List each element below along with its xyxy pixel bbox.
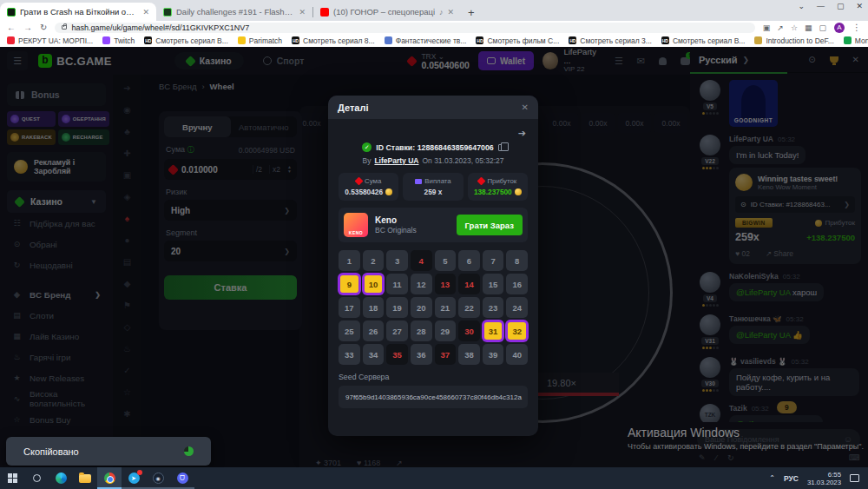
- rain-icon[interactable]: ↻: [727, 453, 734, 462]
- sidebar-item[interactable]: ★New Releases: [0, 367, 113, 388]
- browser-tab[interactable]: Daily challenges #191 - Flash Ch✕: [156, 3, 312, 21]
- bookmark-item[interactable]: РЕКРУТ UA: МОРПІ...: [7, 36, 93, 45]
- rail-game-icon[interactable]: ✚: [123, 149, 130, 160]
- inbox-icon[interactable]: ✉: [637, 56, 645, 67]
- promo-tile-rakeback[interactable]: RAKEBACK: [7, 129, 56, 145]
- trophy-icon[interactable]: [830, 56, 838, 63]
- refresh-icon[interactable]: ↻: [40, 23, 47, 32]
- sidebar-item-bc-brand[interactable]: ◈BC Бренд❯: [0, 284, 113, 305]
- sidebar-item[interactable]: ↻Нещодавні: [0, 254, 113, 275]
- double-button[interactable]: x2: [269, 165, 283, 174]
- hamburger-icon[interactable]: ☰: [7, 51, 28, 70]
- chat-input[interactable]: Ваше Повідомлення ☺: [697, 429, 860, 449]
- keyboard-icon[interactable]: ⌨: [849, 453, 860, 462]
- bookmark-item[interactable]: Twitch: [102, 36, 135, 45]
- maximize-icon[interactable]: ▢: [837, 2, 845, 10]
- copy-icon[interactable]: [498, 144, 504, 151]
- chat-language[interactable]: Русский: [699, 55, 737, 65]
- likes-count[interactable]: ♥ 1168: [357, 459, 380, 467]
- risk-select[interactable]: High❯: [164, 200, 297, 221]
- rail-game-icon[interactable]: ♨: [123, 344, 131, 355]
- tab-auto[interactable]: Автоматично: [231, 116, 298, 137]
- side-panel-icon[interactable]: ▢: [819, 23, 826, 32]
- tab-close-icon[interactable]: ✕: [299, 8, 306, 17]
- quick-menu-icon[interactable]: ☰: [615, 56, 623, 67]
- message-author[interactable]: 🐰 vasilievds 🐰05:32: [729, 357, 861, 366]
- rail-game-icon[interactable]: ➔: [123, 83, 130, 95]
- bookmark-item[interactable]: HDСмотреть сериал 8...: [292, 36, 375, 45]
- rail-game-icon[interactable]: ●: [124, 235, 129, 247]
- avatar[interactable]: [700, 314, 720, 335]
- balance-selector[interactable]: TRX ⌄ 0.05040600: [408, 52, 469, 69]
- multiplier-chip[interactable]: 0.00x: [618, 113, 651, 133]
- win-bet-id[interactable]: ⊙ID Ставки: #128868463...❯: [735, 196, 855, 213]
- share-bet-icon[interactable]: ➔: [518, 128, 526, 139]
- tab-manual[interactable]: Вручну: [164, 116, 231, 137]
- back-icon[interactable]: ←: [7, 23, 16, 32]
- url-text[interactable]: hash.game/uk/game/wheel#/sd/11GKIVKPXC1N…: [71, 23, 249, 32]
- play-now-button[interactable]: Грати Зараз: [457, 215, 523, 235]
- taskbar-edge-icon[interactable]: [49, 467, 73, 489]
- omnibox[interactable]: hash.game/uk/game/wheel#/sd/11GKIVKPXC1N…: [55, 23, 754, 33]
- window-controls[interactable]: ⌄—▢✕: [798, 2, 863, 10]
- tab-audio-icon[interactable]: ♪: [439, 8, 444, 17]
- tab-close-icon[interactable]: ✕: [142, 8, 149, 17]
- breadcrumb-parent[interactable]: BC Бренд: [159, 82, 196, 91]
- notifications-icon[interactable]: [659, 57, 667, 65]
- rail-game-icon[interactable]: ◉: [123, 105, 131, 116]
- mention-link[interactable]: @LifeParty UA: [736, 420, 790, 422]
- sidebar-item-bonus[interactable]: Bonus: [7, 83, 106, 106]
- bookmark-item[interactable]: HDСмотреть сериал В...: [144, 36, 228, 45]
- share-action[interactable]: ↗ Share: [766, 249, 793, 258]
- sidebar-item[interactable]: ☆Bonus Buy: [0, 409, 113, 430]
- avatar[interactable]: [700, 80, 720, 101]
- minimize-icon[interactable]: —: [817, 2, 825, 10]
- multiplier-chip[interactable]: 0.00x: [582, 113, 615, 133]
- new-tab-button[interactable]: +: [468, 6, 475, 19]
- taskbar-search-icon[interactable]: [24, 467, 49, 489]
- amount-value[interactable]: 0.010000: [181, 165, 248, 175]
- taskbar-start-icon[interactable]: [0, 467, 24, 489]
- tray-expand-icon[interactable]: ⌃: [769, 474, 775, 482]
- bookmark-item[interactable]: Фантастические тв...: [385, 36, 467, 45]
- chevron-right-icon[interactable]: ❯: [742, 56, 794, 64]
- bookmark-star-icon[interactable]: ☆: [791, 23, 798, 32]
- rail-game-icon[interactable]: ◈: [124, 192, 131, 203]
- menu-dots-icon[interactable]: ⋮: [852, 23, 861, 32]
- avatar[interactable]: TZK: [700, 404, 720, 422]
- share-icon[interactable]: ↗: [777, 23, 784, 32]
- sidebar-item[interactable]: ▦Лайв Казино: [0, 326, 113, 347]
- bookmark-item[interactable]: Introduction to DeF...: [754, 36, 833, 45]
- bet-button[interactable]: Ставка: [164, 275, 297, 300]
- promo-tile-обертання[interactable]: ОБЕРТАННЯ: [58, 111, 109, 127]
- like-count[interactable]: ♥ 02: [735, 249, 750, 258]
- screenshot-icon[interactable]: ▣: [763, 23, 771, 32]
- mention-link[interactable]: @LifeParty UA: [736, 287, 790, 297]
- taskbar-telegram-icon[interactable]: ➤: [122, 467, 146, 489]
- promo-tile-recharge[interactable]: RECHARGE: [58, 129, 109, 145]
- bookmark-item[interactable]: Parimatch: [238, 36, 282, 45]
- slash-command-icon[interactable]: ⁄: [716, 453, 718, 462]
- player-link[interactable]: LifeParty UA: [374, 156, 418, 165]
- segment-select[interactable]: 20❯: [164, 241, 297, 261]
- message-author[interactable]: NaKoleniSyka05:32: [729, 272, 861, 281]
- emoji-icon[interactable]: ☺: [844, 434, 852, 444]
- taskbar-explorer-icon[interactable]: [73, 467, 97, 489]
- tray-language[interactable]: РУС: [784, 474, 799, 483]
- tab-close-icon[interactable]: ✕: [448, 8, 455, 17]
- sidebar-item[interactable]: ⊙Обрані: [0, 234, 113, 254]
- taskbar-steam-icon[interactable]: ◉: [146, 467, 170, 489]
- chat-unread-pill[interactable]: 9: [777, 401, 797, 413]
- mention-link[interactable]: @LifeParty UA: [736, 330, 790, 340]
- rail-game-icon[interactable]: ◆: [124, 279, 131, 290]
- rail-game-icon[interactable]: ⚑: [123, 301, 131, 312]
- avatar[interactable]: [700, 357, 720, 378]
- bookmark-item[interactable]: HDСмотреть сериал 3...: [569, 36, 652, 45]
- amount-input[interactable]: 0.010000 /2 x2 ▲▼: [164, 159, 297, 180]
- message-author[interactable]: LifeParty UA05:32: [729, 135, 861, 143]
- profile-avatar[interactable]: A: [834, 23, 845, 33]
- sidebar-item[interactable]: ∿Висока волатильність: [0, 388, 113, 409]
- rail-game-icon[interactable]: ♠: [125, 214, 129, 225]
- rail-game-icon[interactable]: ▣: [123, 170, 131, 182]
- bookmark-item[interactable]: HDСмотреть фильм С...: [476, 36, 559, 45]
